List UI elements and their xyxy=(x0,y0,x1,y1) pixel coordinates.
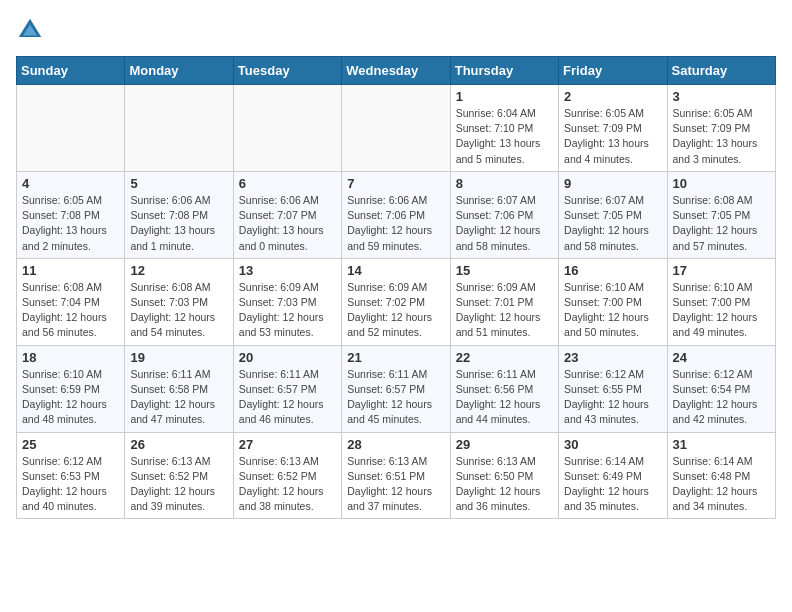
day-number: 15 xyxy=(456,263,553,278)
calendar-cell: 27Sunrise: 6:13 AMSunset: 6:52 PMDayligh… xyxy=(233,432,341,519)
calendar-cell: 21Sunrise: 6:11 AMSunset: 6:57 PMDayligh… xyxy=(342,345,450,432)
day-info: Sunrise: 6:13 AMSunset: 6:50 PMDaylight:… xyxy=(456,454,553,515)
day-number: 27 xyxy=(239,437,336,452)
page-header xyxy=(16,16,776,44)
calendar-cell: 22Sunrise: 6:11 AMSunset: 6:56 PMDayligh… xyxy=(450,345,558,432)
day-info: Sunrise: 6:09 AMSunset: 7:03 PMDaylight:… xyxy=(239,280,336,341)
calendar-week-row: 25Sunrise: 6:12 AMSunset: 6:53 PMDayligh… xyxy=(17,432,776,519)
day-number: 4 xyxy=(22,176,119,191)
calendar-cell: 12Sunrise: 6:08 AMSunset: 7:03 PMDayligh… xyxy=(125,258,233,345)
day-number: 28 xyxy=(347,437,444,452)
day-number: 29 xyxy=(456,437,553,452)
calendar-cell: 1Sunrise: 6:04 AMSunset: 7:10 PMDaylight… xyxy=(450,85,558,172)
calendar-cell: 13Sunrise: 6:09 AMSunset: 7:03 PMDayligh… xyxy=(233,258,341,345)
calendar-cell: 8Sunrise: 6:07 AMSunset: 7:06 PMDaylight… xyxy=(450,171,558,258)
day-number: 7 xyxy=(347,176,444,191)
calendar-cell: 16Sunrise: 6:10 AMSunset: 7:00 PMDayligh… xyxy=(559,258,667,345)
day-number: 10 xyxy=(673,176,770,191)
calendar-cell: 11Sunrise: 6:08 AMSunset: 7:04 PMDayligh… xyxy=(17,258,125,345)
calendar-cell xyxy=(233,85,341,172)
day-number: 23 xyxy=(564,350,661,365)
calendar-cell: 17Sunrise: 6:10 AMSunset: 7:00 PMDayligh… xyxy=(667,258,775,345)
calendar-week-row: 1Sunrise: 6:04 AMSunset: 7:10 PMDaylight… xyxy=(17,85,776,172)
calendar-cell: 7Sunrise: 6:06 AMSunset: 7:06 PMDaylight… xyxy=(342,171,450,258)
day-number: 21 xyxy=(347,350,444,365)
calendar-week-row: 18Sunrise: 6:10 AMSunset: 6:59 PMDayligh… xyxy=(17,345,776,432)
calendar-cell: 9Sunrise: 6:07 AMSunset: 7:05 PMDaylight… xyxy=(559,171,667,258)
day-number: 31 xyxy=(673,437,770,452)
calendar-cell: 23Sunrise: 6:12 AMSunset: 6:55 PMDayligh… xyxy=(559,345,667,432)
day-info: Sunrise: 6:06 AMSunset: 7:08 PMDaylight:… xyxy=(130,193,227,254)
calendar-cell: 25Sunrise: 6:12 AMSunset: 6:53 PMDayligh… xyxy=(17,432,125,519)
day-number: 3 xyxy=(673,89,770,104)
day-info: Sunrise: 6:08 AMSunset: 7:03 PMDaylight:… xyxy=(130,280,227,341)
calendar-cell: 18Sunrise: 6:10 AMSunset: 6:59 PMDayligh… xyxy=(17,345,125,432)
day-number: 26 xyxy=(130,437,227,452)
calendar-cell: 26Sunrise: 6:13 AMSunset: 6:52 PMDayligh… xyxy=(125,432,233,519)
day-info: Sunrise: 6:05 AMSunset: 7:08 PMDaylight:… xyxy=(22,193,119,254)
day-info: Sunrise: 6:13 AMSunset: 6:51 PMDaylight:… xyxy=(347,454,444,515)
calendar-cell: 31Sunrise: 6:14 AMSunset: 6:48 PMDayligh… xyxy=(667,432,775,519)
calendar-cell: 20Sunrise: 6:11 AMSunset: 6:57 PMDayligh… xyxy=(233,345,341,432)
day-info: Sunrise: 6:10 AMSunset: 7:00 PMDaylight:… xyxy=(673,280,770,341)
calendar-header-row: SundayMondayTuesdayWednesdayThursdayFrid… xyxy=(17,57,776,85)
calendar-cell: 2Sunrise: 6:05 AMSunset: 7:09 PMDaylight… xyxy=(559,85,667,172)
day-info: Sunrise: 6:08 AMSunset: 7:05 PMDaylight:… xyxy=(673,193,770,254)
day-info: Sunrise: 6:10 AMSunset: 7:00 PMDaylight:… xyxy=(564,280,661,341)
day-number: 25 xyxy=(22,437,119,452)
day-number: 16 xyxy=(564,263,661,278)
calendar-week-row: 11Sunrise: 6:08 AMSunset: 7:04 PMDayligh… xyxy=(17,258,776,345)
calendar-cell: 4Sunrise: 6:05 AMSunset: 7:08 PMDaylight… xyxy=(17,171,125,258)
day-number: 6 xyxy=(239,176,336,191)
day-number: 11 xyxy=(22,263,119,278)
calendar-cell: 5Sunrise: 6:06 AMSunset: 7:08 PMDaylight… xyxy=(125,171,233,258)
calendar-cell xyxy=(125,85,233,172)
day-number: 18 xyxy=(22,350,119,365)
day-info: Sunrise: 6:08 AMSunset: 7:04 PMDaylight:… xyxy=(22,280,119,341)
day-of-week-header: Friday xyxy=(559,57,667,85)
day-number: 17 xyxy=(673,263,770,278)
day-info: Sunrise: 6:13 AMSunset: 6:52 PMDaylight:… xyxy=(130,454,227,515)
calendar-cell: 30Sunrise: 6:14 AMSunset: 6:49 PMDayligh… xyxy=(559,432,667,519)
day-number: 14 xyxy=(347,263,444,278)
day-info: Sunrise: 6:05 AMSunset: 7:09 PMDaylight:… xyxy=(673,106,770,167)
calendar-table: SundayMondayTuesdayWednesdayThursdayFrid… xyxy=(16,56,776,519)
day-of-week-header: Monday xyxy=(125,57,233,85)
day-of-week-header: Saturday xyxy=(667,57,775,85)
day-number: 30 xyxy=(564,437,661,452)
day-number: 8 xyxy=(456,176,553,191)
calendar-week-row: 4Sunrise: 6:05 AMSunset: 7:08 PMDaylight… xyxy=(17,171,776,258)
day-number: 22 xyxy=(456,350,553,365)
day-info: Sunrise: 6:12 AMSunset: 6:55 PMDaylight:… xyxy=(564,367,661,428)
day-number: 9 xyxy=(564,176,661,191)
calendar-cell xyxy=(17,85,125,172)
day-number: 13 xyxy=(239,263,336,278)
day-info: Sunrise: 6:07 AMSunset: 7:05 PMDaylight:… xyxy=(564,193,661,254)
day-info: Sunrise: 6:04 AMSunset: 7:10 PMDaylight:… xyxy=(456,106,553,167)
day-info: Sunrise: 6:11 AMSunset: 6:57 PMDaylight:… xyxy=(239,367,336,428)
calendar-cell xyxy=(342,85,450,172)
day-number: 20 xyxy=(239,350,336,365)
day-of-week-header: Thursday xyxy=(450,57,558,85)
day-number: 12 xyxy=(130,263,227,278)
calendar-cell: 19Sunrise: 6:11 AMSunset: 6:58 PMDayligh… xyxy=(125,345,233,432)
calendar-cell: 10Sunrise: 6:08 AMSunset: 7:05 PMDayligh… xyxy=(667,171,775,258)
day-number: 5 xyxy=(130,176,227,191)
day-info: Sunrise: 6:11 AMSunset: 6:57 PMDaylight:… xyxy=(347,367,444,428)
day-info: Sunrise: 6:12 AMSunset: 6:53 PMDaylight:… xyxy=(22,454,119,515)
calendar-cell: 14Sunrise: 6:09 AMSunset: 7:02 PMDayligh… xyxy=(342,258,450,345)
calendar-cell: 29Sunrise: 6:13 AMSunset: 6:50 PMDayligh… xyxy=(450,432,558,519)
day-info: Sunrise: 6:07 AMSunset: 7:06 PMDaylight:… xyxy=(456,193,553,254)
day-info: Sunrise: 6:11 AMSunset: 6:56 PMDaylight:… xyxy=(456,367,553,428)
calendar-cell: 3Sunrise: 6:05 AMSunset: 7:09 PMDaylight… xyxy=(667,85,775,172)
day-info: Sunrise: 6:09 AMSunset: 7:02 PMDaylight:… xyxy=(347,280,444,341)
day-info: Sunrise: 6:13 AMSunset: 6:52 PMDaylight:… xyxy=(239,454,336,515)
day-info: Sunrise: 6:14 AMSunset: 6:49 PMDaylight:… xyxy=(564,454,661,515)
day-info: Sunrise: 6:12 AMSunset: 6:54 PMDaylight:… xyxy=(673,367,770,428)
day-number: 19 xyxy=(130,350,227,365)
day-info: Sunrise: 6:05 AMSunset: 7:09 PMDaylight:… xyxy=(564,106,661,167)
day-info: Sunrise: 6:11 AMSunset: 6:58 PMDaylight:… xyxy=(130,367,227,428)
logo xyxy=(16,16,48,44)
day-of-week-header: Tuesday xyxy=(233,57,341,85)
day-info: Sunrise: 6:06 AMSunset: 7:07 PMDaylight:… xyxy=(239,193,336,254)
